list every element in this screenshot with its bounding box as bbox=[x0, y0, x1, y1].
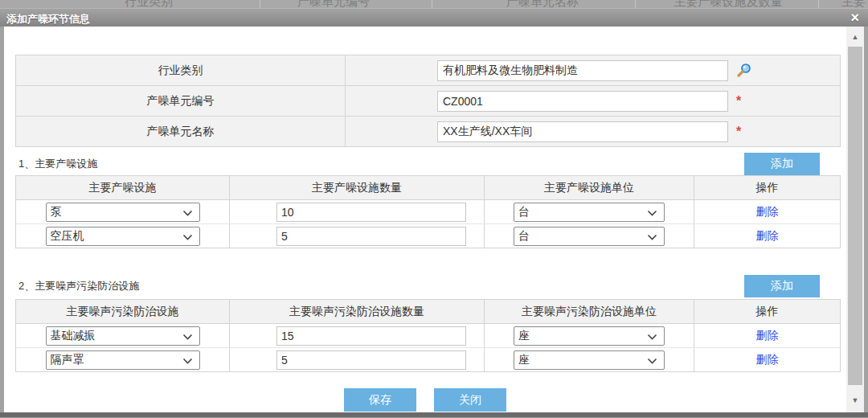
modal-title: 添加产噪环节信息 bbox=[6, 12, 90, 27]
facility-select[interactable]: 泵 bbox=[46, 203, 200, 222]
chevron-down-icon bbox=[182, 330, 193, 342]
facility-table: 主要产噪设施 主要产噪设施数量 主要产噪设施单位 操作 泵 bbox=[15, 175, 841, 248]
industry-category-label: 行业类别 bbox=[16, 55, 346, 85]
modal-add-noise-info: 添加产噪环节信息 × 行业类别 bbox=[0, 8, 868, 418]
column-header: 主要噪声污染防治设施数量 bbox=[230, 300, 485, 323]
bg-column-divider bbox=[818, 0, 819, 8]
table-row: 隔声罩 座 删除 bbox=[16, 348, 840, 371]
bg-column-divider bbox=[635, 0, 636, 8]
bg-column-divider bbox=[260, 0, 260, 8]
column-header: 操作 bbox=[694, 176, 840, 199]
footer-buttons: 保存 关闭 bbox=[4, 388, 846, 412]
required-asterisk: * bbox=[736, 96, 741, 107]
section-1-header: 1、主要产噪设施 添加 bbox=[15, 153, 841, 175]
unit-name-value-cell: * bbox=[346, 117, 840, 146]
delete-link[interactable]: 删除 bbox=[756, 205, 779, 219]
column-header: 主要产噪设施 bbox=[16, 176, 230, 199]
scroll-up-icon: ▲ bbox=[852, 33, 859, 41]
column-header: 主要噪声污染防治设施单位 bbox=[485, 300, 694, 323]
unit-select-value: 台 bbox=[518, 229, 530, 244]
unit-select[interactable]: 座 bbox=[514, 350, 665, 370]
column-header: 主要产噪设施数量 bbox=[230, 176, 485, 199]
control-facility-select-value: 基础减振 bbox=[51, 329, 96, 343]
facility-table-header: 主要产噪设施 主要产噪设施数量 主要产噪设施单位 操作 bbox=[16, 176, 840, 200]
scroll-up-button[interactable]: ▲ bbox=[846, 28, 864, 46]
section-1-title: 1、主要产噪设施 bbox=[18, 157, 97, 171]
chevron-down-icon bbox=[647, 230, 657, 243]
column-header: 主要产噪设施单位 bbox=[485, 176, 694, 199]
column-header: 操作 bbox=[694, 300, 840, 323]
control-facility-select-value: 隔声罩 bbox=[51, 353, 84, 367]
unit-select[interactable]: 座 bbox=[514, 326, 665, 346]
form-row-unit-code: 产噪单元编号 * bbox=[16, 86, 840, 117]
section-2-title: 2、主要噪声污染防治设施 bbox=[18, 279, 139, 293]
screen: 行业类别 产噪单元编号 产噪单元名称 主要产噪设施及数量 主要 添加产噪环节信息… bbox=[0, 0, 868, 418]
unit-name-label: 产噪单元名称 bbox=[16, 117, 346, 146]
chevron-down-icon bbox=[182, 206, 193, 219]
unit-code-label: 产噪单元编号 bbox=[16, 86, 346, 116]
scroll-down-button[interactable]: ▼ bbox=[846, 391, 864, 409]
modal-titlebar: 添加产噪环节信息 × bbox=[0, 8, 868, 27]
search-icon[interactable] bbox=[736, 63, 751, 78]
section-2-header: 2、主要噪声污染防治设施 添加 bbox=[15, 275, 841, 297]
industry-category-input[interactable] bbox=[437, 60, 728, 81]
delete-link[interactable]: 删除 bbox=[756, 329, 779, 343]
close-icon[interactable]: × bbox=[850, 9, 859, 27]
table-row: 泵 台 删除 bbox=[16, 200, 840, 224]
facility-select-value: 泵 bbox=[51, 205, 62, 219]
quantity-input[interactable] bbox=[276, 326, 466, 346]
unit-select-value: 座 bbox=[518, 329, 530, 343]
bg-column-divider bbox=[432, 0, 432, 8]
scroll-thumb[interactable] bbox=[848, 47, 862, 385]
delete-link[interactable]: 删除 bbox=[756, 353, 779, 367]
close-button[interactable]: 关闭 bbox=[434, 388, 506, 412]
quantity-input[interactable] bbox=[276, 227, 466, 246]
chevron-down-icon bbox=[647, 330, 657, 342]
control-table-header: 主要噪声污染防治设施 主要噪声污染防治设施数量 主要噪声污染防治设施单位 操作 bbox=[16, 300, 840, 324]
table-row: 基础减振 座 删除 bbox=[16, 324, 840, 348]
chevron-down-icon bbox=[647, 354, 657, 367]
column-header: 主要噪声污染防治设施 bbox=[16, 300, 230, 323]
unit-select-value: 台 bbox=[518, 205, 530, 219]
form-row-unit-name: 产噪单元名称 * bbox=[16, 117, 840, 146]
control-facility-select[interactable]: 基础减振 bbox=[46, 326, 200, 346]
required-asterisk: * bbox=[736, 126, 741, 137]
scroll-down-icon: ▼ bbox=[852, 396, 859, 404]
table-row: 空压机 台 删除 bbox=[16, 224, 840, 248]
save-button[interactable]: 保存 bbox=[344, 388, 416, 412]
unit-name-input[interactable] bbox=[437, 121, 728, 142]
control-facility-table: 主要噪声污染防治设施 主要噪声污染防治设施数量 主要噪声污染防治设施单位 操作 … bbox=[15, 299, 841, 372]
unit-select[interactable]: 台 bbox=[514, 227, 665, 246]
facility-select-value: 空压机 bbox=[51, 229, 84, 244]
unit-select-value: 座 bbox=[518, 353, 530, 367]
add-facility-button[interactable]: 添加 bbox=[744, 153, 820, 175]
add-control-facility-button[interactable]: 添加 bbox=[744, 275, 820, 297]
unit-select[interactable]: 台 bbox=[514, 203, 665, 222]
chevron-down-icon bbox=[182, 354, 193, 367]
quantity-input[interactable] bbox=[276, 203, 466, 222]
unit-info-form: 行业类别 产噪单元编号 bbox=[15, 55, 841, 147]
quantity-input[interactable] bbox=[276, 350, 466, 370]
chevron-down-icon bbox=[647, 206, 657, 219]
unit-code-input[interactable] bbox=[437, 91, 728, 112]
form-row-industry: 行业类别 bbox=[16, 55, 840, 86]
delete-link[interactable]: 删除 bbox=[756, 229, 779, 244]
chevron-down-icon bbox=[182, 230, 193, 243]
scrollbar: ▲ ▼ bbox=[846, 27, 864, 412]
facility-select[interactable]: 空压机 bbox=[46, 227, 200, 246]
industry-category-value-cell bbox=[346, 55, 840, 85]
control-facility-select[interactable]: 隔声罩 bbox=[46, 350, 200, 370]
unit-code-value-cell: * bbox=[346, 86, 840, 116]
modal-content: 行业类别 产噪单元编号 bbox=[0, 27, 868, 412]
